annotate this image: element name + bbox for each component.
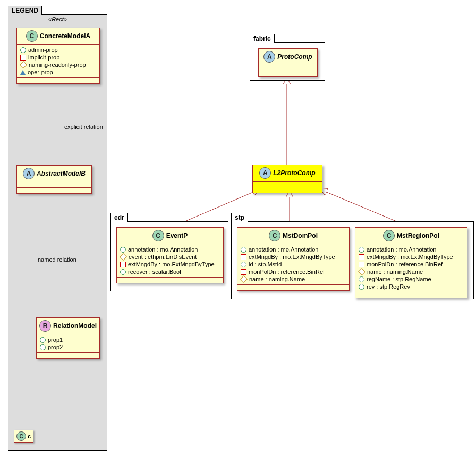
package-fabric: fabric A ProtoComp [250,42,325,81]
attr-text: annotation : mo.Annotation [128,246,198,253]
attrs-empty [253,182,322,187]
attr-text: extMngdBy : mo.ExtMngdByType [367,254,453,260]
square-red-icon [359,254,364,260]
circle-green-icon [20,47,26,53]
attr-list: annotation : mo.AnnotationextMngdBy : mo… [355,244,467,292]
attr-text: annotation : mo.Annotation [249,246,318,253]
ops-empty [37,353,99,358]
circle-green-icon [241,247,246,253]
package-fabric-tab: fabric [250,34,275,43]
circle-green-icon [241,262,246,267]
attr-text: naming-readonly-prop [29,62,86,68]
attr-row: name : naming.Name [241,275,346,283]
attr-row: event : ethpm.ErrDisEvent [120,253,220,261]
attr-row: naming-readonly-prop [20,61,96,68]
attr-row: rev : stp.RegRev [359,283,464,290]
attr-text: event : ethpm.ErrDisEvent [129,254,197,260]
circle-green-icon [120,247,126,253]
class-badge-c-icon: C [152,230,164,241]
square-red-icon [359,262,364,267]
attr-list: prop1prop2 [37,334,99,353]
attr-text: admin-prop [28,47,58,53]
package-legend: LEGEND «Rect» C ConcreteModelA admin-pro… [8,14,107,451]
class-badge-r-icon: R [39,320,51,332]
class-mst-region-pol: C MstRegionPol annotation : mo.Annotatio… [355,227,468,298]
attr-text: extMngdBy : mo.ExtMngdByType [249,254,335,260]
relation-label-explicit: explicit relation [64,124,103,130]
class-name: ConcreteModelA [40,32,90,40]
attr-row: annotation : mo.Annotation [359,246,464,253]
circle-green-icon [359,284,364,290]
attr-text: name : naming.Name [367,269,423,275]
diamond-gold-icon [240,275,248,283]
diamond-gold-icon [20,61,27,68]
attr-row: annotation : mo.Annotation [241,246,346,253]
class-name: RelationModel [53,322,97,330]
attr-text: implicit-prop [28,54,60,61]
class-name: EventP [166,232,188,239]
ops-empty [355,292,467,298]
attr-row: prop2 [40,343,96,351]
class-l2-proto-comp: A L2ProtoComp [252,165,322,193]
ops-empty [17,78,99,83]
class-c: C c [14,430,33,443]
class-badge-a-icon: A [259,167,271,179]
class-badge-c-icon: C [383,230,395,241]
attr-text: prop2 [48,344,63,350]
package-edr: edr C EventP annotation : mo.Annotatione… [110,221,228,291]
attr-text: recover : scalar.Bool [128,269,181,275]
class-abstract-model-b: A AbstractModelB [16,165,92,194]
ops-empty [237,285,349,290]
diamond-gold-icon [358,268,366,275]
attr-row: implicit-prop [20,54,96,61]
attr-row: oper-prop [20,68,96,76]
square-red-icon [20,55,26,61]
attr-row: admin-prop [20,46,96,54]
class-badge-a-icon: A [264,51,275,63]
attrs-empty [259,65,317,71]
square-red-icon [120,262,126,267]
attr-row: name : naming.Name [359,268,464,275]
class-badge-c-icon: C [26,30,38,42]
diamond-gold-icon [120,253,127,261]
package-stp: stp C MstDomPol annotation : mo.Annotati… [231,221,474,299]
class-badge-c-icon: C [16,431,26,441]
class-name: MstRegionPol [397,232,439,239]
circle-green-icon [40,337,46,343]
attr-text: monPolDn : reference.BinRef [367,261,443,267]
attr-row: id : stp.MstId [241,261,346,268]
attr-row: monPolDn : reference.BinRef [241,268,346,275]
attr-row: monPolDn : reference.BinRef [359,261,464,268]
ops-empty [117,278,223,283]
package-legend-tab: LEGEND [8,6,42,15]
relation-label-named: named relation [38,256,76,263]
circle-green-icon [120,269,126,275]
ops-empty [253,187,322,193]
class-name: ProtoComp [277,53,312,61]
attr-row: extMngdBy : mo.ExtMngdByType [359,253,464,261]
class-name: L2ProtoComp [273,169,315,177]
attr-text: name : naming.Name [249,276,305,282]
class-name: AbstractModelB [37,170,86,177]
class-event-p: C EventP annotation : mo.Annotationevent… [116,227,224,283]
legend-stereotype: «Rect» [8,15,107,22]
triangle-blue-icon [20,70,26,75]
attr-text: monPolDn : reference.BinRef [249,269,325,275]
attr-list: annotation : mo.AnnotationextMngdBy : mo… [237,244,349,285]
circle-green-icon [359,247,364,253]
square-red-icon [241,254,246,260]
attr-text: extMngdBy : mo.ExtMngdByType [128,261,215,267]
attr-list: admin-propimplicit-propnaming-readonly-p… [17,45,99,78]
attr-row: annotation : mo.Annotation [120,246,220,253]
uml-diagram: LEGEND «Rect» C ConcreteModelA admin-pro… [5,5,471,453]
attr-text: rev : stp.RegRev [367,283,410,290]
class-badge-c-icon: C [269,230,280,241]
attrs-empty [17,182,91,188]
attr-text: id : stp.MstId [249,261,282,267]
attr-text: regName : stp.RegName [367,276,431,282]
svg-line-8 [320,189,406,226]
ops-empty [17,188,91,193]
class-proto-comp: A ProtoComp [258,48,318,77]
class-name: MstDomPol [283,232,318,239]
attr-text: prop1 [48,336,63,343]
